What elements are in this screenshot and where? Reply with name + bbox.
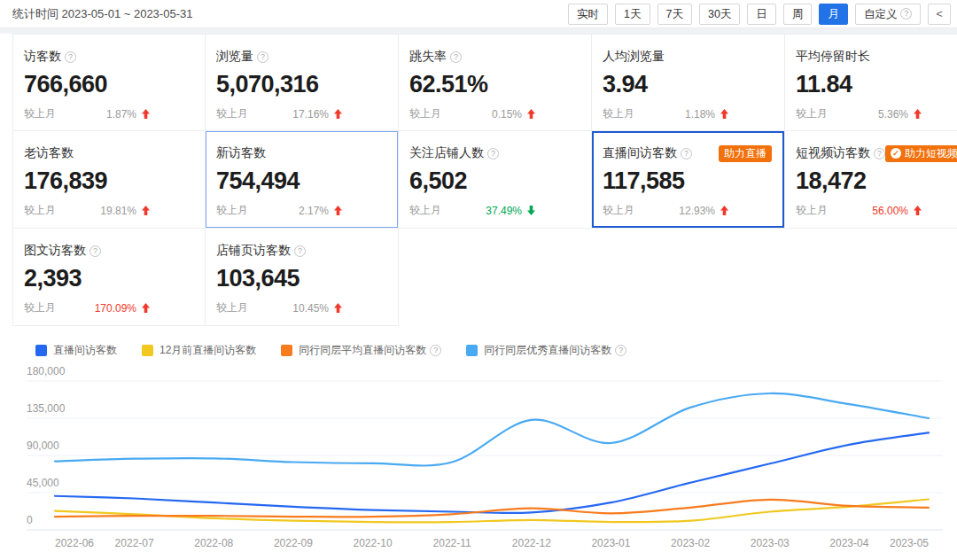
range-button-月[interactable]: 月 [819, 4, 848, 25]
arrow-up-icon [334, 109, 342, 119]
arrow-up-icon [914, 206, 922, 215]
legend-item-同行同层平均直播间访客数[interactable]: 同行同层平均直播间访客数? [281, 343, 441, 358]
metric-card-直播间访客数[interactable]: 直播间访客数?助力直播 117,585 较上月 12.93% [592, 131, 785, 229]
metric-compare: 较上月 19.81% [24, 203, 150, 218]
metric-title: 关注店铺人数 [409, 145, 484, 161]
metric-card-人均浏览量[interactable]: 人均浏览量 3.94 较上月 1.18% [592, 34, 785, 131]
metric-compare: 较上月 12.93% [603, 203, 728, 218]
change-percent: 19.81% [100, 205, 136, 217]
legend-swatch [35, 345, 47, 356]
metric-value: 103,645 [216, 265, 385, 292]
metric-value: 754,494 [216, 167, 385, 195]
boost-badge[interactable]: 助力直播 [719, 145, 772, 162]
x-tick-label: 2023-05 [890, 537, 929, 549]
legend-label: 直播间访客数 [53, 343, 117, 358]
prev-period-button[interactable]: < [928, 4, 950, 25]
info-icon[interactable]: ? [681, 148, 692, 159]
range-button-日[interactable]: 日 [747, 4, 776, 25]
x-tick-label: 2022-09 [274, 537, 313, 549]
change-percent: 56.00% [872, 205, 908, 217]
x-tick-label: 2022-08 [194, 537, 233, 549]
compare-label: 较上月 [24, 203, 56, 218]
y-tick-label: 45,000 [27, 477, 59, 489]
change-percent: 5.36% [878, 108, 908, 121]
arrow-up-icon [720, 109, 728, 119]
range-button-1天[interactable]: 1天 [615, 4, 650, 25]
header-bar: 统计时间 2023-05-01 ~ 2023-05-31 实时1天7天30天日周… [0, 0, 957, 28]
metric-card-老访客数[interactable]: 老访客数 176,839 较上月 19.81% [12, 131, 206, 229]
metric-value: 6,502 [409, 167, 579, 195]
x-tick-label: 2022-10 [354, 537, 393, 549]
medal-icon: ✓ [891, 148, 901, 159]
x-tick-label: 2023-04 [829, 537, 868, 549]
compare-label: 较上月 [796, 203, 828, 218]
line-同行同层优秀直播间访客数[interactable] [55, 393, 929, 466]
range-button-30天[interactable]: 30天 [699, 4, 740, 25]
legend-swatch [281, 345, 292, 356]
compare-label: 较上月 [216, 300, 248, 315]
info-icon[interactable]: ? [65, 51, 76, 63]
time-range-buttons: 实时1天7天30天日周月自定义?<> [568, 4, 957, 25]
empty-cell [399, 229, 592, 326]
legend-item-直播间访客数[interactable]: 直播间访客数 [35, 343, 117, 358]
x-tick-label: 2023-01 [591, 537, 630, 549]
info-icon[interactable]: ? [430, 345, 441, 356]
metric-title: 新访客数 [216, 145, 266, 161]
help-icon: ? [900, 8, 912, 19]
x-tick-label: 2023-03 [751, 537, 790, 549]
arrow-up-icon [720, 206, 728, 215]
metric-card-浏览量[interactable]: 浏览量? 5,070,316 较上月 17.16% [206, 34, 399, 131]
metric-value: 3.94 [603, 71, 772, 98]
info-icon[interactable]: ? [487, 148, 499, 159]
metric-card-访客数[interactable]: 访客数? 766,660 较上月 1.87% [12, 34, 206, 131]
legend-swatch [142, 345, 153, 356]
metric-compare: 较上月 1.18% [603, 106, 728, 121]
range-button-周[interactable]: 周 [783, 4, 813, 25]
range-button-实时[interactable]: 实时 [568, 4, 608, 25]
info-icon[interactable]: ? [874, 148, 885, 159]
metric-title: 访客数 [24, 49, 61, 65]
change-percent: 170.09% [95, 302, 136, 315]
compare-label: 较上月 [216, 106, 248, 121]
metric-compare: 较上月 2.17% [216, 203, 342, 218]
line-同行同层平均直播间访客数[interactable] [55, 500, 929, 517]
arrow-up-icon [142, 206, 150, 215]
range-button-7天[interactable]: 7天 [657, 4, 692, 25]
metric-card-平均停留时长[interactable]: 平均停留时长 11.84 较上月 5.36% [785, 34, 957, 131]
metric-value: 766,660 [24, 71, 192, 98]
metric-title: 老访客数 [24, 145, 74, 161]
info-icon[interactable]: ? [257, 51, 268, 63]
legend-label: 同行同层优秀直播间访客数 [484, 343, 611, 358]
change-percent: 2.17% [299, 205, 329, 217]
metric-value: 117,585 [603, 167, 772, 195]
change-percent: 37.49% [486, 205, 522, 217]
info-icon[interactable]: ? [89, 245, 101, 257]
metric-value: 176,839 [24, 167, 192, 195]
metric-card-店铺页访客数[interactable]: 店铺页访客数? 103,645 较上月 10.45% [206, 229, 399, 326]
arrow-up-icon [334, 303, 342, 313]
metric-title: 店铺页访客数 [216, 243, 291, 259]
metric-card-短视频访客数[interactable]: 短视频访客数?✓助力短视频› 18,472 较上月 56.00% [785, 131, 957, 229]
y-tick-label: 135,000 [27, 402, 66, 415]
legend-item-同行同层优秀直播间访客数[interactable]: 同行同层优秀直播间访客数? [466, 343, 626, 358]
metric-card-新访客数[interactable]: 新访客数 754,494 较上月 2.17% [206, 131, 399, 229]
metric-card-关注店铺人数[interactable]: 关注店铺人数? 6,502 较上月 37.49% [399, 131, 592, 229]
metric-card-图文访客数[interactable]: 图文访客数? 2,393 较上月 170.09% [12, 229, 206, 326]
boost-badge[interactable]: ✓助力短视频 [885, 145, 957, 162]
metric-value: 2,393 [24, 265, 192, 292]
metric-compare: 较上月 170.09% [24, 300, 150, 315]
info-icon[interactable]: ? [450, 51, 462, 63]
x-tick-label: 2022-12 [512, 537, 551, 549]
arrow-up-icon [527, 109, 535, 119]
legend-item-12月前直播间访客数[interactable]: 12月前直播间访客数 [142, 343, 256, 358]
metric-value: 5,070,316 [216, 71, 385, 98]
change-percent: 10.45% [292, 302, 329, 315]
legend-label: 12月前直播间访客数 [160, 343, 256, 358]
metric-title: 直播间访客数 [603, 145, 677, 161]
info-icon[interactable]: ? [615, 345, 626, 356]
custom-range-button[interactable]: 自定义? [855, 4, 922, 25]
info-icon[interactable]: ? [294, 245, 306, 257]
compare-label: 较上月 [796, 106, 828, 121]
metric-compare: 较上月 10.45% [216, 300, 342, 315]
metric-card-跳失率[interactable]: 跳失率? 62.51% 较上月 0.15% [399, 34, 592, 131]
